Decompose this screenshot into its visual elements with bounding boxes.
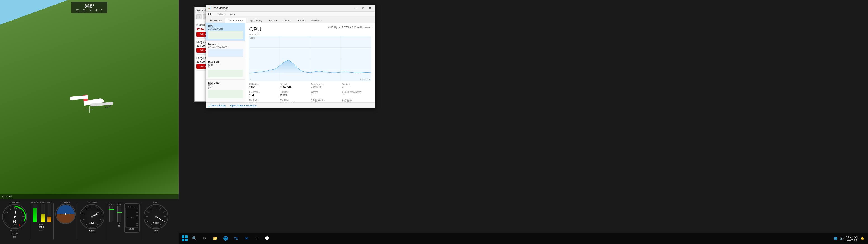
svg-line-20 <box>100 214 101 214</box>
plane-id: N5XOS <box>105 104 112 109</box>
fuel-percent: 45% <box>39 230 43 232</box>
vspeed-label: V.SPEED <box>128 206 135 208</box>
menu-view[interactable]: View <box>229 12 236 16</box>
svg-line-27 <box>86 209 87 210</box>
engine-bar-fuel <box>41 204 45 222</box>
perf-cpu-name: CPU <box>208 25 243 27</box>
windows-logo-icon <box>182 236 188 241</box>
stat-sockets: Sockets: 1 <box>342 83 371 89</box>
feet-section: FEET <box>144 201 168 233</box>
stat-basespeed-value: 3.60 GHz <box>311 86 340 88</box>
altitude-label: ALTITUDE <box>87 201 96 203</box>
perf-main-area: CPU AMD Ryzen 7 3700X 8-Core Processor %… <box>246 23 375 102</box>
stat-cores: Cores: 8 <box>311 91 340 97</box>
divider-3 <box>78 203 78 240</box>
tab-apphistory[interactable]: App history <box>246 18 266 23</box>
taskbar-edge[interactable]: 🌐 <box>221 233 230 243</box>
stat-logical-label: Logical processors: <box>342 91 371 93</box>
feet-gauge: 1862 <box>144 204 168 229</box>
tab-users[interactable]: Users <box>280 18 293 23</box>
menu-options[interactable]: Options <box>216 12 226 16</box>
fewer-details-link[interactable]: ▲ Fewer details <box>208 104 225 107</box>
taskmanager-window[interactable]: 📊 Task Manager ─ □ ✕ File Options View P… <box>206 4 375 109</box>
taskman-tabs: Processes Performance App history Startu… <box>206 17 375 23</box>
taskbar-mail[interactable]: ✉ <box>241 233 251 243</box>
taskbar-app-extra2[interactable]: 💬 <box>262 233 272 243</box>
discord-icon: 💬 <box>265 236 270 241</box>
taskman-maximize-btn[interactable]: □ <box>360 5 366 11</box>
menu-file[interactable]: File <box>207 12 213 16</box>
open-resource-monitor-link[interactable]: Open Resource Monitor <box>230 104 256 107</box>
stat-basespeed-label: Base speed: <box>311 83 340 86</box>
start-button[interactable] <box>180 234 189 243</box>
flaps-trim-section: FLAPS TRIM DN TO V.SPEED <box>108 203 140 233</box>
attitude-label: ATTITUDE <box>61 201 70 203</box>
aoa-fill <box>48 217 51 222</box>
svg-line-26 <box>83 214 84 214</box>
taskbar-store[interactable]: 🛍 <box>231 233 241 243</box>
svg-line-49 <box>151 223 152 225</box>
perf-disk1-detail: HDD0% <box>208 84 243 89</box>
perf-cpu-mini-graph <box>208 31 243 39</box>
perf-item-memory[interactable]: Memory 10.4/16.0 GB (65%) <box>206 41 245 59</box>
search-button[interactable]: 🔍 <box>190 234 198 242</box>
notifications-icon[interactable]: 🔔 <box>861 237 864 240</box>
stat-logical: Logical processors: 16 <box>342 91 371 97</box>
stat-handles: Handles 69030 <box>249 98 278 102</box>
tab-details[interactable]: Details <box>293 18 308 23</box>
engine-section: ENGINE FUEL <box>31 201 52 232</box>
perf-item-cpu[interactable]: CPU 21% 2.20 GHz <box>206 23 245 41</box>
tab-performance[interactable]: Performance <box>225 18 246 23</box>
compass-overlay: 348° W 32 N 4 8 <box>71 2 107 13</box>
pizza-back-btn[interactable]: ‹ <box>196 14 202 20</box>
altitude-value: 1862 <box>89 230 94 233</box>
svg-line-7 <box>21 220 23 222</box>
svg-line-43 <box>160 208 161 210</box>
perf-item-disk1[interactable]: Disk 1 (E:) HDD0% <box>206 80 245 100</box>
airspeed-bottom-value: 93 <box>13 236 16 238</box>
plane-silhouette: N5XOS <box>68 93 113 111</box>
svg-line-25 <box>83 219 84 220</box>
airspeed-section: AIRSPEED <box>2 201 27 238</box>
shield-icon: 🛡 <box>255 236 259 241</box>
svg-point-10 <box>14 216 16 218</box>
svg-line-1 <box>6 212 8 213</box>
heading-display: 348° <box>84 3 94 9</box>
tab-services[interactable]: Services <box>308 18 324 23</box>
rpm-label: RPM <box>39 223 43 225</box>
sim-bottom-stats: 9/24/2020 <box>0 194 179 199</box>
tab-startup[interactable]: Startup <box>266 18 280 23</box>
svg-line-19 <box>97 209 98 210</box>
svg-line-24 <box>86 223 87 224</box>
taskman-minimize-btn[interactable]: ─ <box>353 5 360 11</box>
svg-line-50 <box>147 220 149 222</box>
svg-line-9 <box>15 208 16 217</box>
engine-fill-fuel <box>41 214 45 222</box>
altitude-gauge: 0150 <box>80 204 104 229</box>
cpu-title: CPU <box>249 26 261 33</box>
vspeed-gauge: V.SPEED 0 UP/DN <box>124 203 140 233</box>
flaps-label: FLAPS <box>108 203 115 205</box>
taskbar-app-extra1[interactable]: 🛡 <box>252 233 262 243</box>
perf-item-disk2[interactable]: Disk 2 (C:) SSD1% <box>206 100 245 102</box>
stat-cores-label: Cores: <box>311 91 340 93</box>
perf-cpu-detail: 21% 2.20 GHz <box>208 28 243 30</box>
taskview-button[interactable]: ⧉ <box>199 233 209 243</box>
perf-item-disk0[interactable]: Disk 0 (D:) SSD0% <box>206 59 245 80</box>
taskman-body: CPU 21% 2.20 GHz Memory 10.4/16.0 GB (65… <box>206 23 375 102</box>
aoa-label: AOA <box>47 201 51 203</box>
divider-1 <box>29 203 29 240</box>
taskman-close-btn[interactable]: ✕ <box>367 5 373 11</box>
store-icon: 🛍 <box>234 236 238 241</box>
flaps-indicator <box>110 206 113 222</box>
stat-threads-label: Threads <box>280 91 309 93</box>
sim-stat-date: 9/24/2020 <box>2 195 12 198</box>
svg-line-53 <box>151 208 152 210</box>
tab-processes[interactable]: Processes <box>207 18 225 23</box>
airspeed-scale2: 225100 <box>11 233 18 235</box>
taskbar-file-explorer[interactable]: 📁 <box>210 233 220 243</box>
right-panel: Pizza Hut: Pizza Deli... ─ □ ✕ ‹ › P·ZON… <box>179 0 868 244</box>
feet-value-bottom: 320 <box>154 230 158 233</box>
stat-threads-value: 2039 <box>280 93 309 97</box>
perf-memory-detail: 10.4/16.0 GB (65%) <box>208 45 243 48</box>
